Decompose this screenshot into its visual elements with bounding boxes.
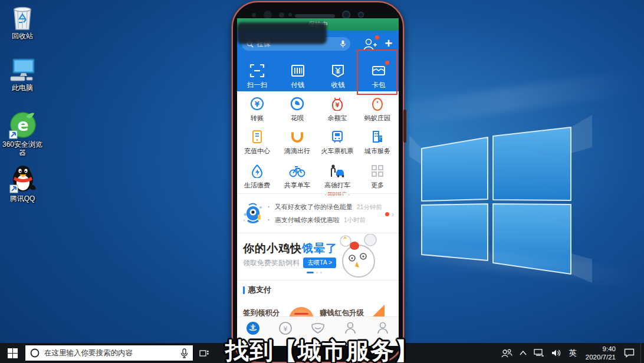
app-label: 更多 [357,181,397,190]
quick-action-pay[interactable]: 付钱 [278,63,318,91]
app-utility-bills[interactable]: 生活缴费 [237,163,277,190]
app-more[interactable]: 更多 [357,163,397,190]
app-didi[interactable]: 滴滴出行 [277,129,317,156]
notification-more[interactable]: › [385,210,394,219]
desktop-icon-recycle-bin[interactable]: 回收站 [0,4,45,41]
chevron-up-icon [520,351,527,355]
chevron-right-icon: › [392,210,394,219]
banner-title: 你的小鸡快饿晕了 [243,241,337,256]
app-grid: ¥ 转账 花呗 ¥ 余额宝 [237,91,399,195]
svg-text:¥: ¥ [284,325,288,333]
clock-date: 2020/7/21 [586,353,616,361]
bike-icon [289,164,305,178]
phone-sensor-dot [252,13,256,17]
wealth-icon: ¥ [278,321,293,335]
ant-mascot-icon [242,202,264,229]
koubei-smile-icon [310,321,326,335]
recharge-icon [251,130,264,144]
show-desktop-button[interactable] [640,343,644,363]
ime-indicator[interactable]: 英 [565,348,581,358]
notification-dot [375,35,379,39]
ant-manor-icon [372,97,383,111]
scan-icon [249,63,265,78]
app-transfer[interactable]: ¥ 转账 [237,96,277,123]
didi-icon [290,130,304,144]
phone-screen: 保护中 社保 [237,18,399,346]
app-ant-manor[interactable]: 蚂蚁庄园 [357,96,397,123]
train-ticket-icon [330,130,344,144]
notification-text: 又有好友收了你的绿色能量 [275,203,353,210]
action-center-icon [624,348,635,358]
system-tray: 英 9:40 2020/7/21 [497,343,644,363]
app-yuebao[interactable]: ¥ 余额宝 [317,96,357,123]
app-label: 城市服务 [357,147,397,156]
city-service-icon [370,130,385,144]
network-button[interactable] [530,343,548,363]
taskbar-search-box[interactable] [25,345,193,361]
section-header: 惠支付 [243,285,271,295]
volume-button[interactable] [548,343,565,363]
app-label: 滴滴出行 [277,147,317,156]
task-view-button[interactable] [193,343,215,363]
app-label: 生活缴费 [237,181,277,190]
app-huabei[interactable]: 花呗 [277,96,317,123]
subtitle-caption: 找到【城市服务】 [225,335,419,363]
people-button[interactable] [497,343,516,363]
transfer-icon: ¥ [250,97,264,111]
phone-mirror: 保护中 社保 [232,1,404,363]
app-shared-bike[interactable]: 共享单车 [277,163,317,190]
more-grid-icon [371,164,384,177]
tray-chevron-button[interactable] [516,343,530,363]
windows-start-icon [8,348,18,358]
notification-line[interactable]: 惠支付喊你来领优惠啦1小时前 [268,213,374,226]
desktop-icon-tencent-qq[interactable]: 腾讯QQ [0,166,45,203]
chicken-illustration [326,234,390,281]
notification-text: 惠支付喊你来领优惠啦 [275,216,340,223]
divider [237,233,399,233]
desktop-icon-label: 此电脑 [0,84,45,93]
notification-dot [385,212,389,216]
app-recharge-center[interactable]: 充值中心 [237,129,277,156]
notification-card[interactable]: 又有好友收了你的绿色能量21分钟前 惠支付喊你来领优惠啦1小时前 › [237,196,399,232]
cortana-icon [30,348,40,358]
carousel-dots [307,272,322,273]
quick-action-collect[interactable]: 收钱 [318,63,359,91]
screen: 回收站 此电脑 e 360安全浏览器 [0,0,644,363]
huabei-icon [290,97,304,111]
quick-action-label: 付钱 [291,81,304,90]
phone-sensor-dot [288,13,292,16]
divider [237,193,399,194]
taskbar-clock[interactable]: 9:40 2020/7/21 [581,345,620,362]
friends-icon [344,321,357,335]
start-button[interactable] [0,343,25,363]
app-city-service[interactable]: 城市服务 [357,129,397,156]
app-label: 蚂蚁庄园 [357,114,397,123]
app-label: 花呗 [277,114,317,123]
app-train-tickets[interactable]: 火车票机票 [317,129,357,156]
action-center-button[interactable] [620,343,638,363]
clock-time: 9:40 [586,345,616,353]
app-label: 转账 [237,114,277,123]
search-input[interactable] [44,349,176,357]
app-label: 共享单车 [277,181,317,190]
blurred-region [237,22,327,44]
pay-barcode-icon [290,63,305,78]
phone-front-camera-2 [358,12,364,18]
svg-text:¥: ¥ [255,100,260,108]
people-icon [501,349,512,358]
collect-money-icon [330,63,346,78]
phone-front-camera [342,11,350,19]
qq-penguin-icon [0,166,45,193]
speaker-icon [551,349,561,357]
desktop-icon-360-browser[interactable]: e 360安全浏览器 [0,112,45,157]
desktop-icon-this-pc[interactable]: 此电脑 [0,55,45,93]
notification-line[interactable]: 又有好友收了你的绿色能量21分钟前 [268,200,374,213]
quick-action-scan[interactable]: 扫一扫 [237,63,278,91]
voice-search-icon[interactable] [340,40,346,48]
desktop-icon-label: 回收站 [0,32,45,41]
notification-time: 21分钟前 [357,203,382,210]
desktop-icon-label: 腾讯QQ [0,195,45,203]
ant-manor-banner[interactable]: 你的小鸡快饿晕了 领取免费奖励饲料 去喂TA > [237,234,399,279]
app-label: 火车票机票 [317,147,357,156]
search-mic-icon[interactable] [180,348,188,358]
